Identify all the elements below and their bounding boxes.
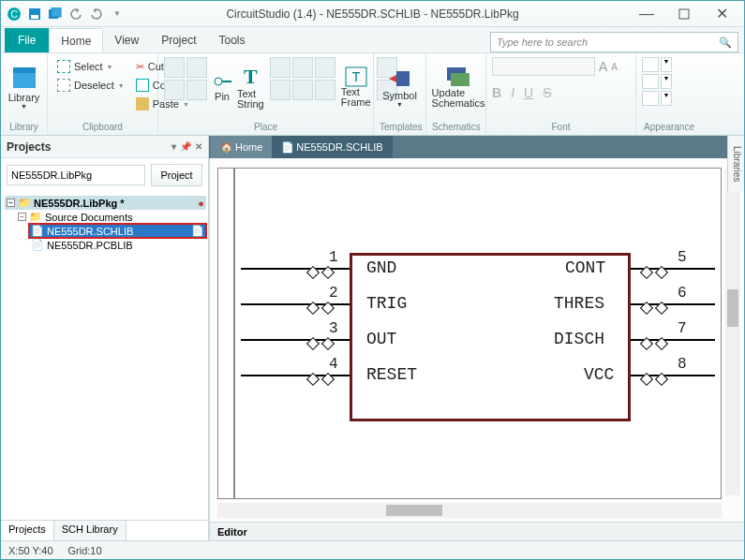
italic-button[interactable]: I (511, 85, 514, 100)
pin-button[interactable]: Pin (213, 57, 231, 117)
schematic-canvas[interactable]: 1 GND 2 TRIG 3 OUT 4 RESET 5 CONT 6 THRE… (217, 168, 722, 499)
tree-item-pcblib[interactable]: 📄NE555DR.PCBLIB (29, 238, 206, 252)
folder-icon: 📁 (29, 211, 42, 223)
pin-2-line[interactable] (241, 303, 350, 305)
editor-label: Editor (210, 522, 744, 540)
tab-home[interactable]: Home (49, 28, 103, 52)
line-color-button[interactable] (642, 74, 659, 89)
pin-1-name: GND (366, 258, 396, 277)
project-button[interactable]: Project (151, 164, 202, 186)
status-xy: X:50 Y:40 (8, 545, 53, 556)
project-icon: 📁 (18, 197, 31, 209)
tree-item-schlib[interactable]: 📄NE555DR.SCHLIB📄 (29, 224, 206, 238)
appearance-swatches: ▼ ▼ ▼ (642, 57, 672, 106)
svg-rect-6 (679, 9, 689, 19)
doc-tab-schlib[interactable]: 📄NE555DR.SCHLIB (272, 136, 392, 158)
tree-folder-source[interactable]: −📁Source Documents (16, 210, 206, 224)
panel-close-icon[interactable]: ✕ (195, 141, 202, 152)
vscroll-thumb[interactable] (727, 289, 738, 327)
svg-rect-5 (52, 7, 61, 17)
font-style-row: B I U S (492, 85, 551, 100)
place-curve-icon[interactable] (186, 80, 207, 100)
style-more-button[interactable]: ▼ (661, 91, 672, 106)
panel-menu-icon[interactable]: ▾ (171, 141, 176, 152)
save-icon[interactable] (25, 5, 44, 23)
place-line-icon[interactable] (164, 57, 185, 78)
app-icon[interactable]: C (5, 5, 23, 23)
tab-project[interactable]: Project (150, 28, 207, 52)
update-schematics-button[interactable]: Update Schematics (432, 57, 484, 117)
projects-panel-title: Projects ▾ 📌 ✕ (1, 136, 208, 158)
deselect-button[interactable]: Deselect ▼ (53, 76, 128, 95)
place-rrect-icon[interactable] (270, 80, 291, 100)
quick-access-toolbar: C ▼ (5, 5, 127, 23)
style-button[interactable] (642, 91, 659, 106)
place-rect-icon[interactable] (270, 57, 291, 78)
text-frame-button[interactable]: TText Frame (341, 57, 371, 117)
horizontal-scrollbar[interactable] (217, 503, 722, 518)
text-string-button[interactable]: TText String (237, 57, 264, 117)
place-ellipse-icon[interactable] (292, 57, 313, 78)
panel-pin-icon[interactable]: 📌 (180, 141, 191, 152)
qat-dropdown-icon[interactable]: ▼ (108, 5, 127, 23)
search-icon[interactable]: 🔍 (719, 37, 732, 49)
place-pie-icon[interactable] (315, 80, 335, 100)
line-more-button[interactable]: ▼ (661, 74, 672, 89)
tab-tools[interactable]: Tools (208, 28, 257, 52)
symbol-button[interactable]: Symbol▼ (380, 57, 420, 117)
svg-rect-15 (451, 73, 469, 86)
tab-view[interactable]: View (103, 28, 150, 52)
select-button[interactable]: Select ▼ (53, 57, 128, 76)
font-family-input[interactable] (492, 57, 595, 76)
place-line-tools (164, 57, 207, 100)
font-grow-icon[interactable]: A (599, 59, 607, 74)
tree-project-root[interactable]: −📁NE555DR.LibPkg *● (5, 196, 206, 210)
vertical-scrollbar[interactable] (725, 168, 740, 495)
font-shrink-icon[interactable]: A (611, 62, 618, 72)
file-menu-button[interactable]: File (5, 28, 49, 52)
redo-icon[interactable] (87, 5, 106, 23)
fill-more-button[interactable]: ▼ (661, 57, 672, 72)
group-label-place: Place (164, 121, 367, 133)
strike-button[interactable]: S (543, 85, 551, 100)
projects-panel: Projects ▾ 📌 ✕ Project −📁NE555DR.LibPkg … (1, 136, 209, 540)
fill-color-button[interactable] (642, 57, 659, 72)
pin-4-name: RESET (366, 365, 417, 384)
pin-3-line[interactable] (241, 339, 350, 341)
document-tabs: 🏠Home 📄NE555DR.SCHLIB (209, 136, 744, 158)
minimize-button[interactable]: — (628, 1, 665, 27)
project-filter-input[interactable] (7, 165, 145, 185)
bottab-projects[interactable]: Projects (1, 521, 54, 540)
pin-4-line[interactable] (241, 375, 350, 376)
hscroll-thumb[interactable] (386, 505, 442, 516)
svg-rect-3 (31, 15, 38, 19)
pin-6-name: THRES (554, 294, 604, 313)
search-input[interactable]: Type here to search 🔍 (490, 32, 738, 52)
doc-tab-home[interactable]: 🏠Home (211, 136, 272, 158)
pin-4-number: 4 (329, 356, 338, 373)
pin-3-name: OUT (366, 330, 396, 348)
place-circle-icon[interactable] (315, 57, 335, 78)
maximize-button[interactable] (665, 1, 703, 27)
libraries-side-tab[interactable]: Libraries (727, 136, 744, 192)
group-label-clipboard: Clipboard (53, 121, 152, 133)
search-placeholder: Type here to search (497, 37, 588, 48)
ribbon: Library▼ Library Select ▼ Deselect ▼ ✂Cu… (1, 53, 744, 136)
bottab-schlibrary[interactable]: SCH Library (54, 521, 127, 540)
group-label-library: Library (7, 121, 41, 133)
svg-rect-8 (13, 67, 36, 73)
save-all-icon[interactable] (46, 5, 65, 23)
close-button[interactable]: ✕ (703, 1, 740, 27)
svg-rect-7 (13, 71, 36, 88)
pin-1-line[interactable] (241, 268, 350, 270)
undo-icon[interactable] (67, 5, 85, 23)
pin-6-number: 6 (678, 285, 687, 302)
project-tree[interactable]: −📁NE555DR.LibPkg *● −📁Source Documents 📄… (1, 192, 208, 520)
place-arc-icon[interactable] (186, 57, 207, 78)
library-button[interactable]: Library▼ (7, 57, 41, 117)
pin-3-number: 3 (329, 320, 338, 337)
bold-button[interactable]: B (492, 85, 501, 100)
place-poly-icon[interactable] (164, 80, 185, 100)
underline-button[interactable]: U (524, 85, 533, 100)
place-image-icon[interactable] (292, 80, 313, 100)
